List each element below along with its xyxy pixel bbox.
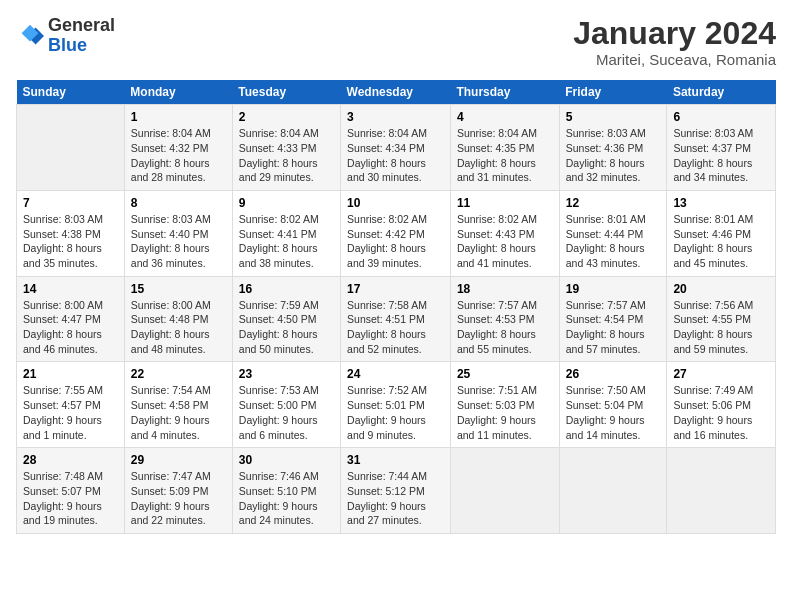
day-info: Sunrise: 7:46 AMSunset: 5:10 PMDaylight:… bbox=[239, 469, 334, 528]
weekday-header: Thursday bbox=[450, 80, 559, 105]
calendar-cell: 24Sunrise: 7:52 AMSunset: 5:01 PMDayligh… bbox=[341, 362, 451, 448]
day-info: Sunrise: 8:00 AMSunset: 4:47 PMDaylight:… bbox=[23, 298, 118, 357]
calendar-cell: 20Sunrise: 7:56 AMSunset: 4:55 PMDayligh… bbox=[667, 276, 776, 362]
day-info: Sunrise: 8:01 AMSunset: 4:46 PMDaylight:… bbox=[673, 212, 769, 271]
day-number: 5 bbox=[566, 110, 661, 124]
calendar-cell: 7Sunrise: 8:03 AMSunset: 4:38 PMDaylight… bbox=[17, 190, 125, 276]
calendar-week: 21Sunrise: 7:55 AMSunset: 4:57 PMDayligh… bbox=[17, 362, 776, 448]
calendar-cell: 18Sunrise: 7:57 AMSunset: 4:53 PMDayligh… bbox=[450, 276, 559, 362]
day-info: Sunrise: 8:03 AMSunset: 4:38 PMDaylight:… bbox=[23, 212, 118, 271]
day-info: Sunrise: 8:03 AMSunset: 4:37 PMDaylight:… bbox=[673, 126, 769, 185]
day-info: Sunrise: 7:53 AMSunset: 5:00 PMDaylight:… bbox=[239, 383, 334, 442]
day-number: 27 bbox=[673, 367, 769, 381]
weekday-header: Friday bbox=[559, 80, 667, 105]
day-info: Sunrise: 7:50 AMSunset: 5:04 PMDaylight:… bbox=[566, 383, 661, 442]
day-info: Sunrise: 7:59 AMSunset: 4:50 PMDaylight:… bbox=[239, 298, 334, 357]
logo-line2: Blue bbox=[48, 36, 115, 56]
day-number: 9 bbox=[239, 196, 334, 210]
day-number: 31 bbox=[347, 453, 444, 467]
calendar-cell: 21Sunrise: 7:55 AMSunset: 4:57 PMDayligh… bbox=[17, 362, 125, 448]
calendar-cell: 13Sunrise: 8:01 AMSunset: 4:46 PMDayligh… bbox=[667, 190, 776, 276]
calendar-subtitle: Maritei, Suceava, Romania bbox=[573, 51, 776, 68]
day-info: Sunrise: 7:47 AMSunset: 5:09 PMDaylight:… bbox=[131, 469, 226, 528]
day-info: Sunrise: 8:03 AMSunset: 4:40 PMDaylight:… bbox=[131, 212, 226, 271]
calendar-cell: 17Sunrise: 7:58 AMSunset: 4:51 PMDayligh… bbox=[341, 276, 451, 362]
day-number: 10 bbox=[347, 196, 444, 210]
calendar-cell: 22Sunrise: 7:54 AMSunset: 4:58 PMDayligh… bbox=[124, 362, 232, 448]
day-number: 28 bbox=[23, 453, 118, 467]
day-number: 20 bbox=[673, 282, 769, 296]
calendar-cell: 27Sunrise: 7:49 AMSunset: 5:06 PMDayligh… bbox=[667, 362, 776, 448]
weekday-header: Monday bbox=[124, 80, 232, 105]
calendar-title: January 2024 bbox=[573, 16, 776, 51]
day-info: Sunrise: 8:04 AMSunset: 4:33 PMDaylight:… bbox=[239, 126, 334, 185]
day-info: Sunrise: 8:02 AMSunset: 4:41 PMDaylight:… bbox=[239, 212, 334, 271]
logo-icon bbox=[16, 22, 44, 50]
calendar-cell: 29Sunrise: 7:47 AMSunset: 5:09 PMDayligh… bbox=[124, 448, 232, 534]
calendar-cell: 1Sunrise: 8:04 AMSunset: 4:32 PMDaylight… bbox=[124, 105, 232, 191]
calendar-cell: 16Sunrise: 7:59 AMSunset: 4:50 PMDayligh… bbox=[232, 276, 340, 362]
day-number: 17 bbox=[347, 282, 444, 296]
calendar-cell: 23Sunrise: 7:53 AMSunset: 5:00 PMDayligh… bbox=[232, 362, 340, 448]
day-number: 21 bbox=[23, 367, 118, 381]
day-info: Sunrise: 7:44 AMSunset: 5:12 PMDaylight:… bbox=[347, 469, 444, 528]
day-info: Sunrise: 8:01 AMSunset: 4:44 PMDaylight:… bbox=[566, 212, 661, 271]
day-number: 13 bbox=[673, 196, 769, 210]
weekday-header: Saturday bbox=[667, 80, 776, 105]
day-info: Sunrise: 8:03 AMSunset: 4:36 PMDaylight:… bbox=[566, 126, 661, 185]
day-info: Sunrise: 7:56 AMSunset: 4:55 PMDaylight:… bbox=[673, 298, 769, 357]
day-number: 14 bbox=[23, 282, 118, 296]
logo-line1: General bbox=[48, 16, 115, 36]
day-info: Sunrise: 7:55 AMSunset: 4:57 PMDaylight:… bbox=[23, 383, 118, 442]
calendar-cell bbox=[559, 448, 667, 534]
day-number: 18 bbox=[457, 282, 553, 296]
calendar-cell: 14Sunrise: 8:00 AMSunset: 4:47 PMDayligh… bbox=[17, 276, 125, 362]
calendar-week: 28Sunrise: 7:48 AMSunset: 5:07 PMDayligh… bbox=[17, 448, 776, 534]
calendar-cell bbox=[17, 105, 125, 191]
day-number: 29 bbox=[131, 453, 226, 467]
day-info: Sunrise: 7:52 AMSunset: 5:01 PMDaylight:… bbox=[347, 383, 444, 442]
calendar-cell: 4Sunrise: 8:04 AMSunset: 4:35 PMDaylight… bbox=[450, 105, 559, 191]
calendar-cell: 31Sunrise: 7:44 AMSunset: 5:12 PMDayligh… bbox=[341, 448, 451, 534]
calendar-cell: 10Sunrise: 8:02 AMSunset: 4:42 PMDayligh… bbox=[341, 190, 451, 276]
calendar-cell: 9Sunrise: 8:02 AMSunset: 4:41 PMDaylight… bbox=[232, 190, 340, 276]
calendar-cell: 2Sunrise: 8:04 AMSunset: 4:33 PMDaylight… bbox=[232, 105, 340, 191]
day-info: Sunrise: 8:02 AMSunset: 4:42 PMDaylight:… bbox=[347, 212, 444, 271]
calendar-cell: 6Sunrise: 8:03 AMSunset: 4:37 PMDaylight… bbox=[667, 105, 776, 191]
day-info: Sunrise: 8:04 AMSunset: 4:35 PMDaylight:… bbox=[457, 126, 553, 185]
day-number: 1 bbox=[131, 110, 226, 124]
calendar-cell bbox=[667, 448, 776, 534]
weekday-header: Wednesday bbox=[341, 80, 451, 105]
day-number: 12 bbox=[566, 196, 661, 210]
header-row: SundayMondayTuesdayWednesdayThursdayFrid… bbox=[17, 80, 776, 105]
title-block: January 2024 Maritei, Suceava, Romania bbox=[573, 16, 776, 68]
day-info: Sunrise: 7:57 AMSunset: 4:54 PMDaylight:… bbox=[566, 298, 661, 357]
day-number: 25 bbox=[457, 367, 553, 381]
logo: General Blue bbox=[16, 16, 115, 56]
calendar-cell: 5Sunrise: 8:03 AMSunset: 4:36 PMDaylight… bbox=[559, 105, 667, 191]
day-number: 19 bbox=[566, 282, 661, 296]
day-number: 26 bbox=[566, 367, 661, 381]
day-number: 6 bbox=[673, 110, 769, 124]
calendar-week: 1Sunrise: 8:04 AMSunset: 4:32 PMDaylight… bbox=[17, 105, 776, 191]
day-number: 22 bbox=[131, 367, 226, 381]
weekday-header: Tuesday bbox=[232, 80, 340, 105]
day-number: 15 bbox=[131, 282, 226, 296]
calendar-table: SundayMondayTuesdayWednesdayThursdayFrid… bbox=[16, 80, 776, 534]
day-info: Sunrise: 8:00 AMSunset: 4:48 PMDaylight:… bbox=[131, 298, 226, 357]
day-info: Sunrise: 8:04 AMSunset: 4:34 PMDaylight:… bbox=[347, 126, 444, 185]
day-info: Sunrise: 7:51 AMSunset: 5:03 PMDaylight:… bbox=[457, 383, 553, 442]
calendar-cell: 30Sunrise: 7:46 AMSunset: 5:10 PMDayligh… bbox=[232, 448, 340, 534]
day-info: Sunrise: 7:58 AMSunset: 4:51 PMDaylight:… bbox=[347, 298, 444, 357]
calendar-cell: 3Sunrise: 8:04 AMSunset: 4:34 PMDaylight… bbox=[341, 105, 451, 191]
calendar-cell: 26Sunrise: 7:50 AMSunset: 5:04 PMDayligh… bbox=[559, 362, 667, 448]
day-number: 7 bbox=[23, 196, 118, 210]
calendar-cell: 28Sunrise: 7:48 AMSunset: 5:07 PMDayligh… bbox=[17, 448, 125, 534]
day-info: Sunrise: 8:04 AMSunset: 4:32 PMDaylight:… bbox=[131, 126, 226, 185]
day-number: 2 bbox=[239, 110, 334, 124]
page-container: General Blue January 2024 Maritei, Sucea… bbox=[0, 0, 792, 542]
day-info: Sunrise: 7:57 AMSunset: 4:53 PMDaylight:… bbox=[457, 298, 553, 357]
day-number: 24 bbox=[347, 367, 444, 381]
calendar-week: 14Sunrise: 8:00 AMSunset: 4:47 PMDayligh… bbox=[17, 276, 776, 362]
calendar-week: 7Sunrise: 8:03 AMSunset: 4:38 PMDaylight… bbox=[17, 190, 776, 276]
